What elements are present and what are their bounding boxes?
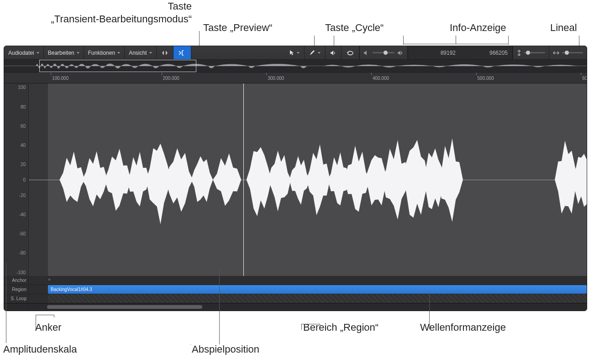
- amplitude-tick: -60: [19, 231, 26, 236]
- audio-file-editor: Audiodatei Bearbeiten Funktionen Ansicht: [4, 46, 587, 311]
- callout-amplitude-label: Amplitudenskala: [3, 343, 77, 355]
- callout-cycle-label: Taste „Cycle“: [325, 22, 384, 34]
- playhead[interactable]: [243, 83, 244, 276]
- region-name: BackingVocal1#04.3: [51, 287, 92, 292]
- amplitude-tick: 80: [21, 104, 26, 109]
- pencil-tool-button[interactable]: [305, 46, 326, 59]
- amplitude-scale: 100806040200-20-40-60-80-100: [4, 83, 29, 276]
- horizontal-scrollbar[interactable]: [4, 303, 587, 311]
- toolbar: Audiodatei Bearbeiten Funktionen Ansicht: [4, 46, 587, 60]
- callout-preview-label: Taste „Preview“: [203, 22, 273, 34]
- overview-waveform[interactable]: [4, 60, 587, 73]
- main-area: 100806040200-20-40-60-80-100: [4, 83, 587, 276]
- callout-region-label: Bereich „Region“: [303, 322, 378, 333]
- anchor-track[interactable]: ⬦: [29, 276, 587, 285]
- vertical-zoom-slider[interactable]: [513, 46, 549, 59]
- vertical-zoom-icon: [517, 50, 521, 56]
- menu-functions[interactable]: Funktionen: [84, 46, 125, 59]
- amplitude-tick: -40: [19, 212, 26, 217]
- flex-mode-button[interactable]: [173, 46, 191, 59]
- menu-edit[interactable]: Bearbeiten: [44, 46, 84, 59]
- info-value-left: 89192: [408, 50, 460, 56]
- volume-high-icon: [397, 50, 404, 56]
- horizontal-zoom-icon: [553, 51, 559, 55]
- info-display: 89192 966205: [408, 46, 513, 59]
- menu-view[interactable]: Ansicht: [125, 46, 156, 59]
- amplitude-tick: -20: [19, 192, 26, 198]
- callout-info-label: Info-Anzeige: [450, 22, 506, 34]
- row-label-loop: S. Loop: [4, 294, 28, 303]
- callout-playhead-label: Abspielposition: [192, 343, 259, 355]
- amplitude-tick: 0: [23, 177, 26, 182]
- anchor-marker[interactable]: ⬦: [48, 276, 51, 281]
- amplitude-tick: 100: [18, 85, 26, 90]
- waveform-display[interactable]: [29, 83, 587, 276]
- region-track[interactable]: BackingVocal1#04.3: [29, 285, 587, 294]
- volume-slider[interactable]: [359, 46, 408, 59]
- horizontal-zoom-slider[interactable]: [549, 46, 587, 59]
- preview-button[interactable]: [326, 46, 342, 59]
- amplitude-tick: 20: [21, 162, 26, 167]
- loop-track[interactable]: [29, 294, 587, 303]
- info-value-right: 966205: [460, 50, 512, 56]
- region-bar[interactable]: BackingVocal1#04.3: [48, 285, 587, 294]
- row-label-region: Region: [4, 285, 28, 294]
- callout-ruler-label: Lineal: [550, 22, 577, 34]
- region-strip: Anchor Region S. Loop ⬦ BackingVocal1#04…: [4, 276, 587, 303]
- callout-anchor-label: Anker: [35, 322, 61, 333]
- amplitude-tick: 40: [21, 143, 26, 148]
- cycle-button[interactable]: [342, 46, 359, 59]
- menu-audiofile[interactable]: Audiodatei: [4, 46, 44, 59]
- amplitude-tick: -80: [19, 250, 26, 255]
- overview-visible-window[interactable]: [39, 60, 197, 72]
- transient-edit-mode-button[interactable]: [157, 46, 173, 59]
- amplitude-tick: 60: [21, 123, 26, 128]
- callout-waveform-label: Wellenformanzeige: [420, 322, 506, 333]
- row-label-anchor: Anchor: [4, 276, 28, 285]
- callout-transient-label: Taste „Transient-Bearbeitungsmodus“: [5, 0, 192, 25]
- pointer-tool-button[interactable]: [284, 46, 305, 59]
- amplitude-tick: -100: [16, 270, 26, 275]
- volume-low-icon: [363, 50, 370, 56]
- ruler[interactable]: 100.000200.000300.000400.000500.000600.0…: [4, 73, 587, 83]
